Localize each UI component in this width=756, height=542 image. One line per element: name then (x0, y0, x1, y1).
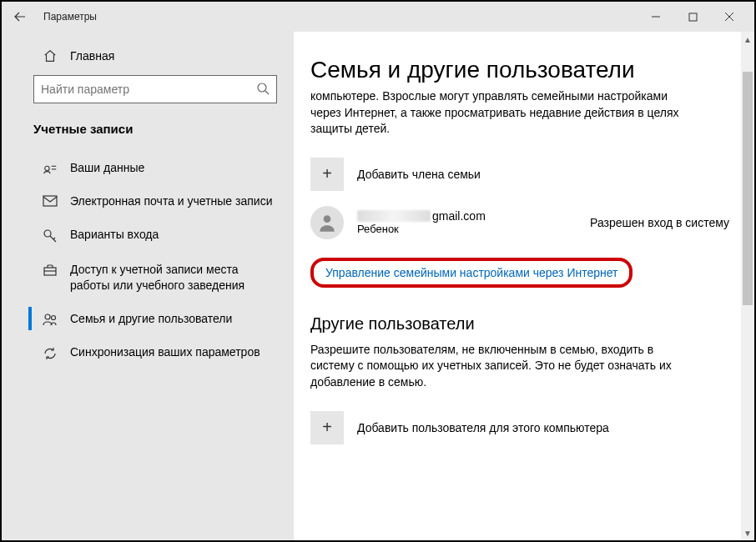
section-title: Учетные записи (2, 113, 294, 151)
add-family-label: Добавить члена семьи (357, 168, 481, 181)
avatar-icon (310, 206, 344, 239)
scroll-down-arrow[interactable]: ▼ (741, 525, 754, 540)
nav-list: Ваши данные Электронная почта и учетные … (2, 151, 294, 370)
people-icon (42, 313, 58, 326)
nav-label: Варианты входа (70, 227, 159, 242)
person-card-icon (42, 162, 58, 175)
nav-label: Электронная почта и учетные записи (70, 193, 272, 208)
plus-icon: + (310, 158, 344, 191)
user-status: Разрешен вход в систему (590, 216, 729, 229)
svg-point-4 (258, 83, 266, 92)
manage-family-link[interactable]: Управление семейными настройками через И… (310, 258, 633, 288)
nav-home-label: Главная (70, 49, 114, 63)
window-title: Параметры (43, 11, 97, 23)
plus-icon: + (310, 411, 344, 444)
add-other-label: Добавить пользователя для этого компьюте… (357, 421, 609, 434)
sidebar: Главная Учетные записи Ваши данные (2, 32, 294, 540)
titlebar: Параметры (2, 2, 754, 32)
nav-your-info[interactable]: Ваши данные (2, 151, 294, 184)
briefcase-icon (42, 263, 58, 277)
redacted-email-prefix (357, 210, 431, 222)
scroll-thumb[interactable] (743, 72, 753, 305)
search-icon (256, 82, 270, 98)
svg-line-5 (265, 91, 269, 94)
home-icon (42, 48, 58, 63)
nav-label: Синхронизация ваших параметров (70, 344, 260, 359)
user-info: gmail.com Ребенок (357, 209, 486, 235)
nav-label: Семья и другие пользователи (70, 311, 232, 326)
svg-rect-1 (689, 13, 697, 21)
svg-point-15 (324, 215, 331, 223)
intro-text: компьютере. Взрослые могут управлять сем… (310, 88, 686, 138)
nav-email-accounts[interactable]: Электронная почта и учетные записи (2, 184, 294, 218)
settings-window: Параметры Главная (0, 0, 756, 542)
svg-rect-9 (43, 196, 57, 206)
content-area: Семья и другие пользователи компьютере. … (294, 32, 754, 540)
scroll-track[interactable] (741, 47, 754, 525)
nav-label: Доступ к учетной записи места работы или… (70, 262, 277, 292)
nav-home[interactable]: Главная (2, 42, 294, 70)
nav-work-school[interactable]: Доступ к учетной записи места работы или… (2, 253, 294, 301)
nav-signin-options[interactable]: Варианты входа (2, 218, 294, 253)
user-email: gmail.com (357, 209, 486, 223)
add-other-user[interactable]: + Добавить пользователя для этого компью… (310, 411, 729, 444)
add-family-member[interactable]: + Добавить члена семьи (310, 158, 729, 191)
family-user-row[interactable]: gmail.com Ребенок Разрешен вход в систем… (310, 206, 729, 239)
back-button[interactable] (8, 5, 32, 28)
svg-point-6 (45, 166, 49, 170)
search-wrap (2, 70, 294, 113)
scroll-up-arrow[interactable]: ▲ (741, 32, 754, 47)
svg-point-14 (52, 315, 56, 319)
svg-point-10 (44, 230, 51, 237)
nav-family[interactable]: Семья и другие пользователи (2, 302, 294, 335)
search-input[interactable] (41, 83, 256, 96)
page-heading: Семья и другие пользователи (310, 57, 729, 83)
sync-icon (42, 346, 58, 361)
scrollbar[interactable]: ▲ ▼ (741, 32, 754, 540)
close-button[interactable] (711, 5, 748, 28)
maximize-button[interactable] (674, 5, 711, 28)
nav-label: Ваши данные (70, 160, 144, 175)
minimize-button[interactable] (638, 5, 674, 28)
key-icon (42, 228, 58, 243)
search-box[interactable] (33, 75, 277, 103)
other-users-desc: Разрешите пользователям, не включенным в… (310, 342, 686, 391)
body: Главная Учетные записи Ваши данные (2, 32, 754, 540)
nav-sync[interactable]: Синхронизация ваших параметров (2, 335, 294, 370)
email-suffix: gmail.com (432, 209, 486, 223)
mail-icon (42, 195, 58, 207)
other-users-heading: Другие пользователи (310, 314, 729, 334)
user-type: Ребенок (357, 223, 486, 235)
window-controls (638, 5, 748, 28)
svg-point-13 (45, 314, 50, 319)
